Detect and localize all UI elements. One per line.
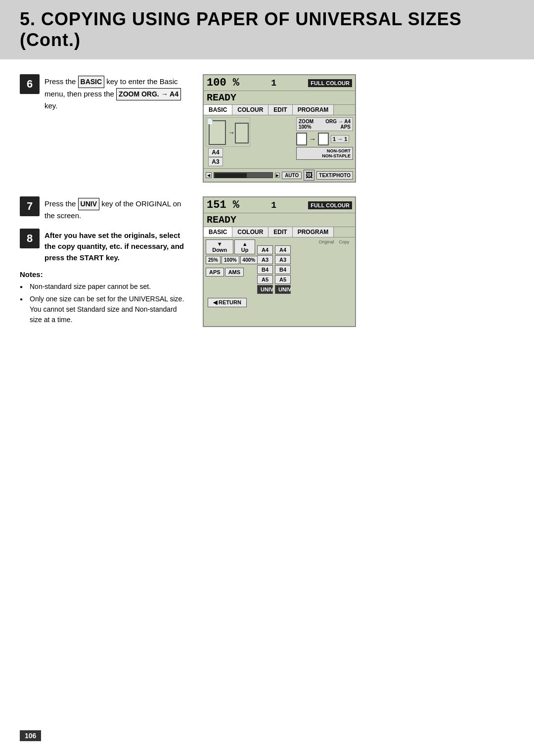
tab-colour-2[interactable]: COLOUR bbox=[232, 227, 268, 237]
lcd-ready-2: READY bbox=[204, 213, 355, 227]
tab-edit-2[interactable]: EDIT bbox=[268, 227, 292, 237]
size-a4-label: A4 bbox=[208, 148, 223, 157]
lcd-top-bar-2: 151 % 1 FULL COLOUR bbox=[204, 197, 355, 213]
tab-basic-1[interactable]: BASIC bbox=[204, 105, 232, 115]
step-6-left: 6 Press the BASIC key to enter the Basic… bbox=[20, 74, 188, 112]
non-staple-label: NON-STAPLE bbox=[299, 153, 351, 158]
tab-program-2[interactable]: PROGRAM bbox=[293, 227, 334, 237]
zoom-25-btn[interactable]: 25% bbox=[206, 256, 221, 264]
ams-button[interactable]: AMS bbox=[225, 268, 244, 277]
one-to-one: 1 → 1 bbox=[331, 135, 349, 143]
tab-basic-2[interactable]: BASIC bbox=[204, 227, 232, 237]
zoom-value: 100% bbox=[299, 124, 312, 130]
progress-fill bbox=[215, 173, 247, 178]
copy-univ[interactable]: UNIV bbox=[275, 285, 291, 294]
notes-title: Notes: bbox=[20, 270, 188, 279]
lcd-right-panel-2: Original Copy A4 A4 A3 A3 B4 B4 bbox=[257, 239, 353, 294]
copy-b4[interactable]: B4 bbox=[275, 265, 291, 274]
zoom-value-row: 100% APS bbox=[299, 124, 351, 130]
copy-a5[interactable]: A5 bbox=[275, 275, 291, 284]
auto-button[interactable]: AUTO bbox=[282, 172, 302, 179]
step-7-badge: 7 bbox=[20, 196, 40, 216]
lcd-bottom-bar-1: ◀ ▶ AUTO 🖼 TEXT/PHOTO bbox=[204, 168, 355, 182]
univ-key[interactable]: UNIV bbox=[78, 198, 99, 210]
paper-copy bbox=[235, 123, 249, 143]
orig-a3[interactable]: A3 bbox=[257, 255, 273, 264]
note-item-2: Only one size can be set for the UNIVERS… bbox=[20, 294, 188, 325]
lcd-tabs-1: BASIC COLOUR EDIT PROGRAM bbox=[204, 105, 355, 115]
orig-a4[interactable]: A4 bbox=[257, 245, 273, 254]
lcd-left-panel-1: → 📄 A4 A3 bbox=[206, 117, 294, 166]
aps-label: APS bbox=[340, 124, 351, 130]
lcd-body-1: → 📄 A4 A3 bbox=[204, 115, 355, 168]
zoom-label: ZOOM bbox=[299, 119, 313, 124]
zoom-percent-2: 151 % bbox=[207, 199, 239, 211]
non-sort-label: NON-SORT bbox=[299, 148, 351, 153]
tab-colour-1[interactable]: COLOUR bbox=[232, 105, 268, 115]
note-item-1: Non-standard size paper cannot be set. bbox=[20, 282, 188, 292]
copies-2: 1 bbox=[271, 200, 276, 210]
doc-icon-copy bbox=[318, 133, 329, 145]
size-row-a4: A4 A4 bbox=[257, 245, 353, 254]
size-a3-label: A3 bbox=[208, 157, 223, 166]
lcd-body-2: ▼ Down ▲ Up 25% 100% 400% APS AMS bbox=[204, 237, 355, 296]
step-8-badge: 8 bbox=[20, 229, 40, 248]
step-6-row: 6 Press the BASIC key to enter the Basic… bbox=[20, 74, 514, 183]
zoom-org-row: ZOOM ORG → A4 bbox=[299, 119, 351, 124]
orig-a5[interactable]: A5 bbox=[257, 275, 273, 284]
page-header: 5. COPYING USING PAPER OF UNIVERSAL SIZE… bbox=[0, 0, 534, 59]
progress-icon: ◀ bbox=[206, 172, 212, 178]
return-button[interactable]: ◀ RETURN bbox=[208, 298, 247, 307]
notes-section: Notes: Non-standard size paper cannot be… bbox=[20, 270, 188, 325]
copy-icons-row: → 1 → 1 bbox=[296, 133, 353, 145]
paper-arrow: → bbox=[228, 129, 235, 137]
step-6-text: Press the BASIC key to enter the Basic m… bbox=[44, 74, 188, 112]
zoom-info-box: ZOOM ORG → A4 100% APS bbox=[296, 117, 353, 131]
zoom-pct-btns: 25% 100% 400% bbox=[206, 256, 255, 264]
copy-a3[interactable]: A3 bbox=[275, 255, 291, 264]
aps-button[interactable]: APS bbox=[206, 268, 224, 277]
return-area: ◀ RETURN bbox=[204, 296, 355, 309]
doc-icon-orig bbox=[296, 133, 307, 145]
paper-diagram-1: → 📄 bbox=[206, 117, 250, 147]
copies-1: 1 bbox=[271, 78, 276, 88]
zoom-100-btn[interactable]: 100% bbox=[222, 256, 239, 264]
progress-arrow: ▶ bbox=[275, 173, 280, 178]
zoom-400-btn[interactable]: 400% bbox=[240, 256, 258, 264]
step-7-text: Press the UNIV key of the ORIGINAL on th… bbox=[44, 196, 188, 222]
lcd-ready-1: READY bbox=[204, 91, 355, 105]
lcd-screen-2: 151 % 1 FULL COLOUR READY BASIC COLOUR E… bbox=[203, 196, 356, 327]
zoom-org-a4-key[interactable]: ZOOM ORG. → A4 bbox=[116, 88, 181, 100]
tab-edit-1[interactable]: EDIT bbox=[268, 105, 292, 115]
aps-ams-btns: APS AMS bbox=[206, 268, 255, 277]
step-8-item: 8 After you have set the originals, sele… bbox=[20, 229, 188, 264]
copy-a4[interactable]: A4 bbox=[275, 245, 291, 254]
step-7-item: 7 Press the UNIV key of the ORIGINAL on … bbox=[20, 196, 188, 222]
down-button[interactable]: ▼ Down bbox=[206, 239, 233, 254]
step-6-badge: 6 bbox=[20, 74, 40, 94]
copy-label: Copy bbox=[336, 239, 352, 244]
non-sort-area: NON-SORT NON-STAPLE bbox=[296, 147, 353, 160]
up-button[interactable]: ▲ Up bbox=[234, 239, 255, 254]
lcd-right-panel-1: ZOOM ORG → A4 100% APS → 1 → 1 bbox=[296, 117, 353, 166]
basic-key[interactable]: BASIC bbox=[78, 76, 105, 88]
tab-program-1[interactable]: PROGRAM bbox=[293, 105, 334, 115]
full-colour-status-1: FULL COLOUR bbox=[308, 79, 352, 87]
orig-copy-labels: Original Copy bbox=[257, 239, 353, 244]
org-arrow-a4: ORG → A4 bbox=[325, 119, 351, 124]
text-photo-btn[interactable]: TEXT/PHOTO bbox=[316, 171, 353, 180]
notes-list: Non-standard size paper cannot be set. O… bbox=[20, 282, 188, 325]
paper-icon: 📄 bbox=[207, 119, 213, 124]
orig-univ[interactable]: UNIV bbox=[257, 285, 273, 294]
size-row-univ: UNIV UNIV bbox=[257, 285, 353, 294]
lcd-top-bar-1: 100 % 1 FULL COLOUR bbox=[204, 75, 355, 91]
progress-bar bbox=[214, 172, 273, 178]
lcd-tabs-2: BASIC COLOUR EDIT PROGRAM bbox=[204, 227, 355, 237]
lcd-screen-1: 100 % 1 FULL COLOUR READY BASIC COLOUR E… bbox=[203, 74, 356, 183]
size-row-a3: A3 A3 bbox=[257, 255, 353, 264]
orig-b4[interactable]: B4 bbox=[257, 265, 273, 274]
main-content: 6 Press the BASIC key to enter the Basic… bbox=[0, 74, 534, 327]
size-row-b4: B4 B4 bbox=[257, 265, 353, 274]
image-icon: 🖼 bbox=[304, 170, 314, 181]
step-8-text: After you have set the originals, select… bbox=[44, 229, 188, 264]
